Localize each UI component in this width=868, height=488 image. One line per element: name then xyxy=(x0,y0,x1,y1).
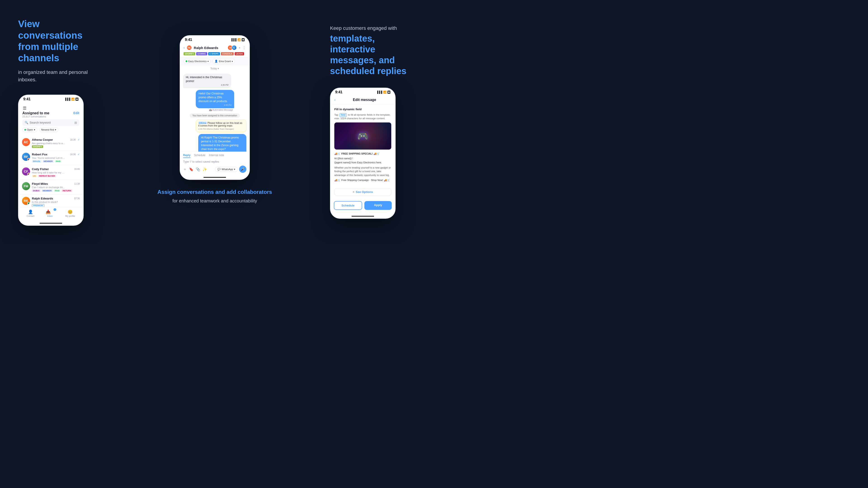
chat-header-top: ‹ RE Ralph Edwards A E + ⋮ xyxy=(184,45,246,51)
search-bar[interactable]: 🔍 ⊞ xyxy=(22,119,79,126)
msg-text-outgoing-1: Hello! Our Christmas promo offers a 25% … xyxy=(198,92,231,103)
right-section: Keep customers engaged with templates, i… xyxy=(330,25,416,219)
nav-inbox[interactable]: 📥 1 Inbox xyxy=(46,209,54,217)
whatsapp-button[interactable]: 💬 WhatsApp ▾ xyxy=(215,167,238,172)
filter-sort[interactable]: Newest first ▾ xyxy=(39,127,58,132)
conv-item-floyd[interactable]: FM Floyd Miles 11:38 Can I return or exc… xyxy=(19,180,83,195)
conv-name-row-cody: Cody Fisher 16:46 xyxy=(32,167,80,171)
bookmark-icon[interactable]: 🔖 xyxy=(189,167,193,171)
back-arrow-chat[interactable]: ‹ xyxy=(184,46,185,50)
keep-text: Keep customers engaged with xyxy=(330,25,416,31)
tag-shopify-athena: SHOPIFY xyxy=(32,145,43,148)
profile-icon: 😊 xyxy=(68,209,72,215)
home-bar-edit xyxy=(351,216,374,217)
phone-chat-inner: 9:41 ▐▐▐ 📶 ■ ‹ RE Ralph Edwards xyxy=(180,36,249,179)
conv-item-cody[interactable]: CF 📷 Cody Fisher 16:46 How long will it … xyxy=(19,165,83,180)
conv-item-athena[interactable]: AC Athena Cooper 16:36 ✓ Are gaming chai… xyxy=(19,136,83,151)
add-collaborator-button[interactable]: + xyxy=(239,46,241,50)
wifi-icon-chat: 📶 xyxy=(237,38,241,41)
filter-row: Open ▾ Newest first ▾ xyxy=(22,127,79,132)
status-bar-chat: 9:41 ▐▐▐ 📶 ■ xyxy=(180,36,249,43)
apply-button[interactable]: Apply xyxy=(364,201,392,210)
conv-content-robert: Robert Fox 16:36 ✓ You: You're welcome! … xyxy=(32,153,80,163)
msg-time-outgoing-2: 4:35 PM xyxy=(201,151,244,152)
more-options-button[interactable]: ⋮ xyxy=(242,46,246,50)
options-icon: ≡ xyxy=(352,190,354,194)
greeting: Hi {{first name}} ! xyxy=(334,157,391,160)
system-msg-1: You have been assigned to this conversat… xyxy=(190,113,240,118)
signal-icon-edit: ▐▐▐ xyxy=(376,91,382,94)
reply-icons: ＋ 🔖 📎 ✨ xyxy=(183,167,207,172)
fill-label: Fill in dynamic field xyxy=(334,107,391,111)
attach-icon[interactable]: 📎 xyxy=(196,167,200,171)
sparkle-icon[interactable]: ✨ xyxy=(203,167,207,171)
assign-agent[interactable]: 👤 Eina Grant ▾ xyxy=(213,59,235,64)
conv-tags-athena: SHOPIFY xyxy=(32,145,80,148)
avatar-img-ac: AC xyxy=(22,138,30,146)
assign-inbox[interactable]: Eazy Electronics ▾ xyxy=(184,59,211,64)
signal-icon-chat: ▐▐▐ xyxy=(230,38,237,41)
chat-header-icons: A E + ⋮ xyxy=(227,45,246,51)
filter-icon[interactable]: ⊞ xyxy=(74,121,77,125)
note-author-name: Athena (Sales Team Manager) xyxy=(206,128,234,130)
conv-content-cody: Cody Fisher 16:46 How long will it take … xyxy=(32,167,80,177)
tag-brazil-robert: BRAZIL xyxy=(32,160,41,163)
conv-item-ralph[interactable]: RE 📱 Ralph Edwards 07:36 Is this product… xyxy=(19,195,83,207)
wifi-icon-edit: 📶 xyxy=(383,91,386,94)
avatar-robert: RF 📷 xyxy=(22,153,30,161)
tab-schedule[interactable]: Schedule xyxy=(194,154,206,158)
conversations-list: AC Athena Cooper 16:36 ✓ Are gaming chai… xyxy=(19,136,83,207)
conv-msg-floyd: Can I return or exchange this produc... xyxy=(32,186,66,189)
center-headline: Assign conversations and add collaborato… xyxy=(158,189,272,195)
avatar-floyd: FM xyxy=(22,182,30,190)
avatar-cody: CF 📷 xyxy=(22,167,30,175)
nav-contact[interactable]: 👤 Contact xyxy=(27,209,34,217)
conv-name-row-athena: Athena Cooper 16:36 ✓ xyxy=(32,138,80,141)
mic-button[interactable]: 🎤 xyxy=(239,166,246,173)
inbox-title: Assigned to me xyxy=(22,111,49,115)
home-indicator-chat xyxy=(180,175,249,179)
conv-msg-cody: How long will it take for my order to... xyxy=(32,171,66,174)
tag-dubai-floyd: DUBAI xyxy=(32,189,41,192)
chat-header: ‹ RE Ralph Edwards A E + ⋮ xyxy=(180,43,249,57)
tag-uk-cody: UK xyxy=(32,175,37,177)
nav-inbox-label: Inbox xyxy=(47,215,53,217)
conv-tags-ralph: PREMIUM xyxy=(32,204,80,207)
tag-premium-ralph: PREMIUM xyxy=(32,204,44,207)
see-options-button[interactable]: ≡ See Options xyxy=(334,188,391,196)
conv-item-robert[interactable]: RF 📷 Robert Fox 16:36 ✓ You: xyxy=(19,151,83,165)
search-icon: 🔍 xyxy=(25,121,28,124)
conv-time-ralph: 07:36 xyxy=(74,197,80,200)
avatar-athena: AC xyxy=(22,138,30,146)
tab-reply[interactable]: Reply xyxy=(183,154,191,158)
collaborators-group: A E xyxy=(227,45,237,51)
reply-input-area[interactable]: Type '/' to select saved replies xyxy=(183,159,246,164)
tab-internal-note[interactable]: Internal note xyxy=(209,154,224,158)
note-meta: 4:35 PM Athena (Sales Team Manager) xyxy=(198,128,244,130)
center-detail: for enhanced teamwork and accountability xyxy=(158,197,272,204)
reply-actions: ＋ 🔖 📎 ✨ 💬 WhatsApp ▾ xyxy=(183,166,246,173)
tag-member-floyd: MEMBER xyxy=(41,189,53,192)
conv-content-athena: Athena Cooper 16:36 ✓ Are gaming chairs … xyxy=(32,138,80,148)
add-icon[interactable]: ＋ xyxy=(183,167,187,172)
status-time-inbox: 9:41 xyxy=(23,97,31,101)
mention-eina: @Eina xyxy=(198,122,207,124)
back-arrow-edit[interactable]: ‹ xyxy=(334,98,336,102)
battery-icon-chat: ■ xyxy=(242,38,245,41)
nav-profile[interactable]: 😊 My profile xyxy=(65,209,75,217)
search-input[interactable] xyxy=(30,121,73,124)
edit-button[interactable]: Edit xyxy=(73,111,79,115)
ctag-gaming: GAMING xyxy=(196,52,207,55)
internal-note-1: @Eina Please follow up on this lead as i… xyxy=(196,120,246,132)
phone-inbox-inner: 9:41 ▐▐▐ 📶 ■ ☰ Assigned to me xyxy=(19,95,83,225)
filter-open[interactable]: Open ▾ xyxy=(22,127,37,132)
schedule-button[interactable]: Schedule xyxy=(334,201,362,210)
filter-open-label: Open xyxy=(27,128,33,131)
hamburger-icon[interactable]: ☰ xyxy=(23,106,26,111)
battery-icon-edit: ■ xyxy=(388,91,391,94)
conv-time-floyd: 11:38 xyxy=(74,183,80,185)
template-content: 🚚🛒 FREE SHIPPING SPECIAL! 🚚🛒 Hi {{first … xyxy=(334,152,391,182)
tag-member-robert: MEMBER xyxy=(42,160,54,163)
template-image: 🎮 xyxy=(334,123,391,150)
agent-line: {{agent name}} from Eazy Electronics her… xyxy=(334,161,391,164)
